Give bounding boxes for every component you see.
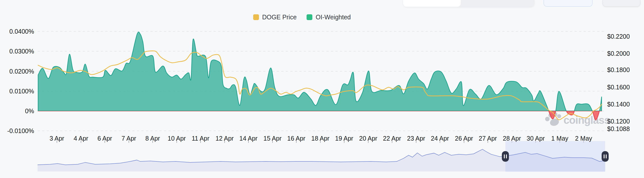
coinglass-funding-chart-page: DOGE Price OI-Weighted coinglass 0.0400%… bbox=[0, 0, 644, 178]
y-left-tick-label: 0.0200% bbox=[0, 68, 34, 75]
y-left-tick-label: 0.0300% bbox=[0, 47, 34, 55]
y-left-tick-label: 0.0400% bbox=[0, 28, 34, 35]
navigator-handle-left[interactable] bbox=[502, 151, 509, 162]
y-right-tick-label: $0.1600 bbox=[607, 83, 630, 91]
navigator-handle-right[interactable] bbox=[602, 151, 609, 162]
y-left-tick-label: 0% bbox=[0, 107, 34, 115]
y-right-tick-label: $0.2000 bbox=[607, 50, 630, 57]
watermark-text: coinglass bbox=[564, 114, 610, 126]
range-navigator[interactable] bbox=[38, 141, 609, 172]
x-axis-date-label: 2 May bbox=[566, 135, 601, 142]
funding-rate-chart-canvas[interactable]: coinglass bbox=[0, 0, 644, 178]
y-left-tick-label: 0.0100% bbox=[0, 87, 34, 95]
y-right-tick-label: $0.1400 bbox=[607, 100, 630, 108]
y-right-tick-label: $0.1200 bbox=[607, 117, 630, 125]
oi-weighted-positive-area bbox=[38, 32, 602, 120]
y-right-tick-label: $0.1088 bbox=[607, 125, 630, 133]
y-left-tick-label: -0.0100% bbox=[0, 127, 34, 135]
y-right-tick-label: $0.2200 bbox=[607, 33, 630, 40]
y-right-tick-label: $0.1800 bbox=[607, 66, 630, 74]
